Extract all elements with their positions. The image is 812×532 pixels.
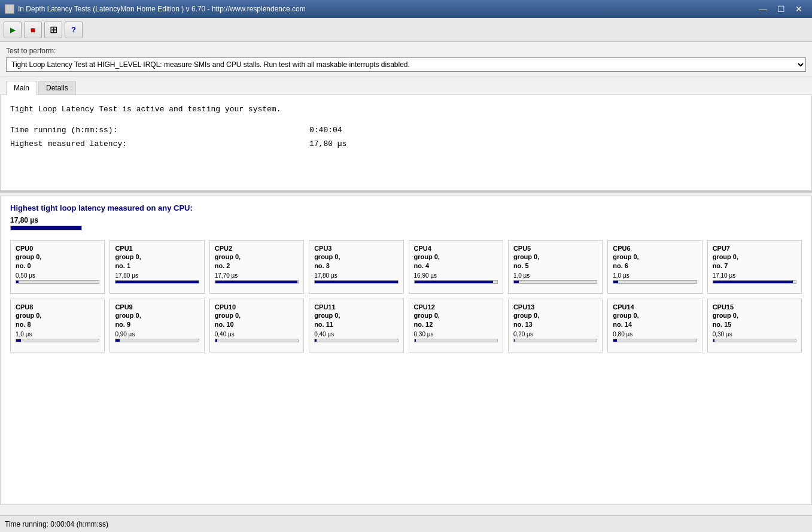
- cpu-bar-fill-6: [613, 281, 618, 283]
- highest-bar-fill: [11, 226, 81, 230]
- latency-value: 17,80 µs: [309, 139, 346, 148]
- cpu-name-2: CPU2group 0,no. 2: [215, 244, 299, 270]
- cpu-latency-12: 0,30 µs: [414, 331, 498, 338]
- cpu-bar-15: [713, 339, 796, 342]
- cpu-bar-fill-14: [613, 339, 617, 342]
- tab-details[interactable]: Details: [38, 81, 76, 95]
- cpu-bar-5: [513, 280, 597, 284]
- maximize-button[interactable]: ☐: [773, 3, 789, 15]
- cpu-latency-13: 0,20 µs: [513, 331, 597, 338]
- cpu-bar-13: [513, 339, 597, 342]
- cpu-bar-fill-3: [315, 281, 397, 283]
- cpu-bar-8: [16, 339, 99, 342]
- cpu-card-0: CPU0group 0,no. 00,50 µs: [10, 240, 105, 294]
- cpu-latency-9: 0,90 µs: [115, 331, 199, 338]
- cpu-card-6: CPU6group 0,no. 61,0 µs: [607, 240, 702, 294]
- status-bar-text: Time running: 0:00:04 (h:mm:ss): [5, 520, 108, 528]
- cpu-bar-fill-13: [514, 339, 515, 342]
- cpu-latency-11: 0,40 µs: [314, 331, 398, 338]
- cpu-name-8: CPU8group 0,no. 8: [16, 303, 99, 329]
- options-button[interactable]: ⊞: [44, 22, 62, 38]
- cpu-bar-1: [115, 280, 199, 284]
- cpu-grid: CPU0group 0,no. 00,50 µsCPU1group 0,no. …: [10, 240, 802, 352]
- test-dropdown[interactable]: Tight Loop Latency Test at HIGH_LEVEL IR…: [6, 57, 806, 72]
- tabs: Main Details: [0, 77, 812, 95]
- cpu-name-6: CPU6group 0,no. 6: [613, 244, 697, 270]
- cpu-name-10: CPU10group 0,no. 10: [215, 303, 299, 329]
- tab-main[interactable]: Main: [6, 81, 37, 95]
- cpu-card-8: CPU8group 0,no. 81,0 µs: [10, 299, 105, 352]
- cpu-latency-3: 17,80 µs: [314, 272, 398, 279]
- cpu-card-5: CPU5group 0,no. 51,0 µs: [508, 240, 603, 294]
- close-button[interactable]: ✕: [790, 3, 807, 15]
- cpu-name-5: CPU5group 0,no. 5: [513, 244, 597, 270]
- cpu-card-3: CPU3group 0,no. 317,80 µs: [309, 240, 403, 294]
- latency-row: Highest measured latency: 17,80 µs: [10, 139, 802, 148]
- cpu-bar-fill-9: [115, 339, 120, 342]
- cpu-bar-9: [115, 339, 199, 342]
- cpu-bar-12: [414, 339, 498, 342]
- cpu-name-15: CPU15group 0,no. 15: [713, 303, 796, 329]
- cpu-bar-11: [314, 339, 398, 342]
- window-title: In Depth Latency Tests (LatencyMon Home …: [18, 5, 306, 13]
- cpu-name-14: CPU14group 0,no. 14: [613, 303, 697, 329]
- cpu-latency-5: 1,0 µs: [513, 272, 597, 279]
- cpu-bar-fill-2: [215, 281, 298, 283]
- title-bar-controls: — ☐ ✕: [755, 3, 807, 15]
- cpu-latency-7: 17,10 µs: [713, 272, 796, 279]
- cpu-bar-4: [414, 280, 498, 284]
- cpu-card-12: CPU12group 0,no. 120,30 µs: [409, 299, 503, 352]
- cpu-latency-15: 0,30 µs: [713, 331, 796, 338]
- cpu-card-2: CPU2group 0,no. 217,70 µs: [209, 240, 304, 294]
- lower-panel: Highest tight loop latency measured on a…: [0, 196, 812, 505]
- cpu-name-7: CPU7group 0,no. 7: [713, 244, 796, 270]
- cpu-latency-2: 17,70 µs: [215, 272, 299, 279]
- stop-button[interactable]: ■: [24, 22, 42, 38]
- title-bar: In Depth Latency Tests (LatencyMon Home …: [0, 0, 812, 18]
- cpu-card-1: CPU1group 0,no. 117,80 µs: [110, 240, 204, 294]
- cpu-bar-0: [16, 280, 99, 284]
- cpu-latency-0: 0,50 µs: [16, 272, 99, 279]
- cpu-bar-2: [215, 280, 299, 284]
- cpu-card-13: CPU13group 0,no. 130,20 µs: [508, 299, 603, 352]
- cpu-name-9: CPU9group 0,no. 9: [115, 303, 199, 329]
- cpu-latency-10: 0,40 µs: [215, 331, 299, 338]
- status-text: Tight Loop Latency Test is active and te…: [10, 105, 802, 114]
- cpu-name-11: CPU11group 0,no. 11: [314, 303, 398, 329]
- cpu-name-1: CPU1group 0,no. 1: [115, 244, 199, 270]
- cpu-name-13: CPU13group 0,no. 13: [513, 303, 597, 329]
- cpu-card-10: CPU10group 0,no. 100,40 µs: [209, 299, 304, 352]
- cpu-bar-fill-8: [16, 339, 21, 342]
- cpu-bar-10: [215, 339, 299, 342]
- highest-value: 17,80 µs: [10, 216, 802, 224]
- cpu-bar-7: [713, 280, 796, 284]
- cpu-bar-fill-5: [514, 281, 519, 283]
- help-button[interactable]: ?: [65, 22, 83, 38]
- cpu-card-7: CPU7group 0,no. 717,10 µs: [707, 240, 802, 294]
- cpu-latency-1: 17,80 µs: [115, 272, 199, 279]
- cpu-bar-fill-1: [115, 281, 198, 283]
- cpu-bar-fill-0: [16, 281, 19, 283]
- cpu-latency-4: 16,90 µs: [414, 272, 498, 279]
- cpu-bar-3: [314, 280, 398, 284]
- cpu-name-3: CPU3group 0,no. 3: [314, 244, 398, 270]
- cpu-latency-8: 1,0 µs: [16, 331, 99, 338]
- cpu-name-12: CPU12group 0,no. 12: [414, 303, 498, 329]
- time-row: Time running (h:mm:ss): 0:40:04: [10, 126, 802, 135]
- cpu-name-0: CPU0group 0,no. 0: [16, 244, 99, 270]
- highest-label: Highest tight loop latency measured on a…: [10, 203, 802, 212]
- minimize-button[interactable]: —: [755, 3, 771, 15]
- cpu-card-15: CPU15group 0,no. 150,30 µs: [707, 299, 802, 352]
- cpu-card-11: CPU11group 0,no. 110,40 µs: [309, 299, 403, 352]
- status-bar: Time running: 0:00:04 (h:mm:ss): [0, 515, 812, 532]
- title-bar-left: In Depth Latency Tests (LatencyMon Home …: [5, 4, 306, 14]
- cpu-bar-fill-4: [415, 281, 493, 283]
- cpu-latency-14: 0,80 µs: [613, 331, 697, 338]
- cpu-bar-14: [613, 339, 697, 342]
- app-icon: [5, 4, 14, 14]
- cpu-bar-fill-15: [713, 339, 714, 342]
- play-button[interactable]: ▶: [4, 22, 22, 38]
- test-selector-label: Test to perform:: [6, 47, 806, 55]
- cpu-bar-6: [613, 280, 697, 284]
- test-selector: Test to perform: Tight Loop Latency Test…: [0, 42, 812, 77]
